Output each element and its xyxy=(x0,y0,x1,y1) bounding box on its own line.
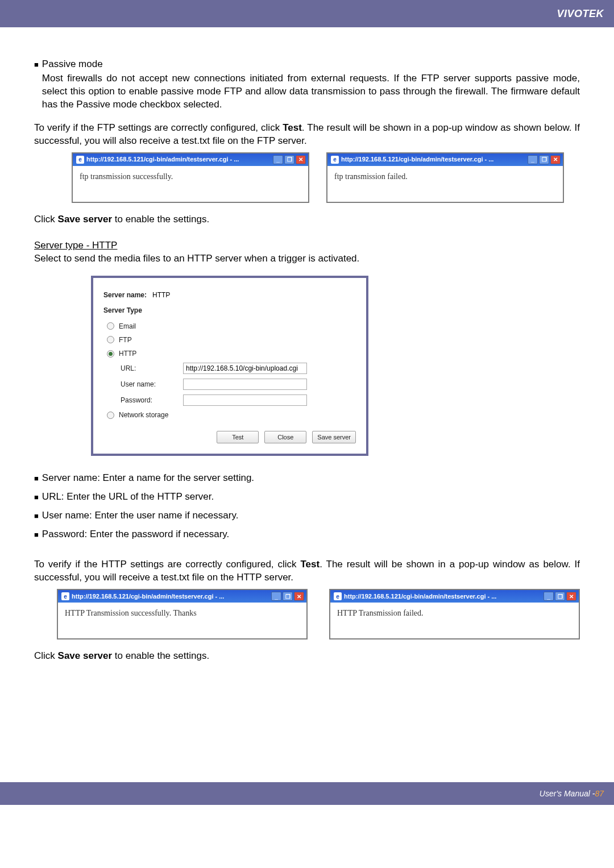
brand-logo: VIVOTEK xyxy=(557,8,604,20)
user-label: User name: xyxy=(121,380,183,389)
http-field-descriptions: ■Server name: Enter a name for the serve… xyxy=(34,472,580,541)
radio-icon[interactable] xyxy=(107,322,114,330)
http-intro: Select to send the media files to an HTT… xyxy=(34,252,580,265)
maximize-button[interactable]: ❐ xyxy=(284,155,294,164)
desc-pass: Password: Enter the password if necessar… xyxy=(42,528,229,541)
passive-mode-block: ■ Passive mode Most firewalls do not acc… xyxy=(34,58,580,111)
radio-email[interactable]: Email xyxy=(107,322,356,331)
minimize-button[interactable]: _ xyxy=(273,155,283,164)
http-config-panel: Server name: HTTP Server Type Email FTP … xyxy=(91,276,368,456)
radio-ftp[interactable]: FTP xyxy=(107,335,356,344)
footer-label: User's Manual - xyxy=(540,789,595,798)
bullet-icon: ■ xyxy=(34,58,39,111)
desc-server-name: Server name: Enter a name for the server… xyxy=(42,472,254,485)
close-button[interactable]: Close xyxy=(264,431,306,443)
save-server-bold: Save server xyxy=(58,650,112,661)
popup-titlebar: e http://192.168.5.121/cgi-bin/admin/tes… xyxy=(330,590,579,603)
user-field-row: User name: xyxy=(121,379,356,390)
http-popup-success: e http://192.168.5.121/cgi-bin/admin/tes… xyxy=(57,589,308,639)
server-name-row: Server name: HTTP xyxy=(103,290,356,300)
popup-title-text: http://192.168.5.121/cgi-bin/admin/tests… xyxy=(341,155,493,164)
url-input[interactable] xyxy=(183,363,307,374)
radio-label-email: Email xyxy=(119,322,136,331)
page-content: ■ Passive mode Most firewalls do not acc… xyxy=(0,27,614,697)
minimize-button[interactable]: _ xyxy=(544,592,554,601)
save-server-button[interactable]: Save server xyxy=(312,431,356,443)
maximize-button[interactable]: ❐ xyxy=(539,155,549,164)
popup-body-text: HTTP Transmission failed. xyxy=(330,603,579,638)
http-save-line: Click Save server to enable the settings… xyxy=(34,650,580,663)
desc-user: User name: Enter the user name if necess… xyxy=(42,509,239,522)
bullet-icon: ■ xyxy=(34,491,39,504)
password-input[interactable] xyxy=(183,394,307,406)
minimize-button[interactable]: _ xyxy=(271,592,281,601)
radio-label-ftp: FTP xyxy=(119,335,132,344)
ftp-popup-row: e http://192.168.5.121/cgi-bin/admin/tes… xyxy=(72,152,580,203)
ie-icon: e xyxy=(61,592,69,600)
pass-label: Password: xyxy=(121,396,183,405)
bullet-icon: ■ xyxy=(34,472,39,485)
test-button[interactable]: Test xyxy=(217,431,259,443)
minimize-button[interactable]: _ xyxy=(528,155,538,164)
server-type-label: Server Type xyxy=(103,306,356,315)
popup-body-text: HTTP Transmission successfully. Thanks xyxy=(58,603,306,638)
maximize-button[interactable]: ❐ xyxy=(555,592,565,601)
server-name-label: Server name: xyxy=(103,290,147,300)
save-server-bold: Save server xyxy=(58,214,112,225)
http-section-heading: Server type - HTTP xyxy=(34,239,580,252)
ftp-verify-paragraph: To verify if the FTP settings are correc… xyxy=(34,122,580,148)
radio-icon[interactable] xyxy=(107,350,114,358)
close-button[interactable]: ✕ xyxy=(550,155,561,164)
desc-url: URL: Enter the URL of the HTTP server. xyxy=(42,491,214,504)
radio-icon[interactable] xyxy=(107,412,114,419)
radio-label-network-storage: Network storage xyxy=(119,410,168,420)
url-field-row: URL: xyxy=(121,363,356,374)
popup-titlebar: e http://192.168.5.121/cgi-bin/admin/tes… xyxy=(73,153,308,166)
ftp-popup-fail: e http://192.168.5.121/cgi-bin/admin/tes… xyxy=(326,152,564,203)
ie-icon: e xyxy=(334,592,342,600)
test-bold: Test xyxy=(300,559,320,570)
popup-title-text: http://192.168.5.121/cgi-bin/admin/tests… xyxy=(86,155,239,164)
username-input[interactable] xyxy=(183,379,307,390)
passive-mode-desc: Most firewalls do not accept new connect… xyxy=(42,72,580,111)
radio-network-storage[interactable]: Network storage xyxy=(107,410,356,420)
ie-icon: e xyxy=(76,156,84,164)
close-button[interactable]: ✕ xyxy=(296,155,306,164)
bullet-icon: ■ xyxy=(34,509,39,522)
close-button[interactable]: ✕ xyxy=(566,592,576,601)
radio-icon[interactable] xyxy=(107,336,114,343)
popup-title-text: http://192.168.5.121/cgi-bin/admin/tests… xyxy=(72,592,224,601)
header-band: VIVOTEK xyxy=(0,0,614,27)
close-button[interactable]: ✕ xyxy=(294,592,304,601)
footer-band: User's Manual - 87 xyxy=(0,782,614,805)
ie-icon: e xyxy=(331,156,339,164)
url-label: URL: xyxy=(121,364,183,373)
popup-title-text: http://192.168.5.121/cgi-bin/admin/tests… xyxy=(344,592,496,601)
popup-body-text: ftp transmission successfully. xyxy=(73,166,308,202)
radio-label-http: HTTP xyxy=(119,349,136,358)
config-button-row: Test Close Save server xyxy=(103,431,356,443)
maximize-button[interactable]: ❐ xyxy=(283,592,293,601)
bullet-icon: ■ xyxy=(34,528,39,541)
passive-mode-title: Passive mode xyxy=(42,59,103,69)
http-verify-paragraph: To verify if the HTTP settings are corre… xyxy=(34,558,580,584)
popup-titlebar: e http://192.168.5.121/cgi-bin/admin/tes… xyxy=(58,590,306,603)
server-name-value: HTTP xyxy=(152,290,170,300)
popup-titlebar: e http://192.168.5.121/cgi-bin/admin/tes… xyxy=(327,153,563,166)
radio-http[interactable]: HTTP xyxy=(107,349,356,358)
footer-page-number: 87 xyxy=(595,789,604,798)
test-bold: Test xyxy=(283,122,302,133)
pass-field-row: Password: xyxy=(121,394,356,406)
ftp-popup-success: e http://192.168.5.121/cgi-bin/admin/tes… xyxy=(72,152,309,203)
http-popup-fail: e http://192.168.5.121/cgi-bin/admin/tes… xyxy=(329,589,580,639)
popup-body-text: ftp transmission failed. xyxy=(327,166,563,202)
ftp-save-line: Click Save server to enable the settings… xyxy=(34,213,580,226)
http-popup-row: e http://192.168.5.121/cgi-bin/admin/tes… xyxy=(57,589,580,639)
